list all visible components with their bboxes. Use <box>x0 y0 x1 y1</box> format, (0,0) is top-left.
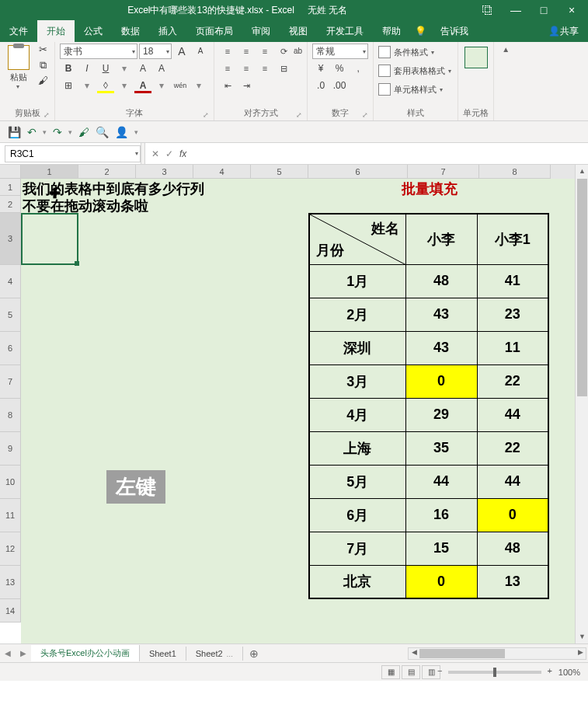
cell-styles-button[interactable]: 单元格样式▾ <box>378 81 453 98</box>
tab-data[interactable]: 数据 <box>112 20 149 42</box>
format-painter-icon[interactable]: 🖌 <box>36 75 50 89</box>
row-header[interactable]: 6 <box>0 332 21 365</box>
sheet-tab-sheet1[interactable]: Sheet1 <box>140 647 186 661</box>
zoom-icon[interactable]: 🔍 <box>96 126 109 138</box>
row-header[interactable]: 3 <box>0 213 21 265</box>
save-icon[interactable]: 💾 <box>8 126 21 138</box>
undo-icon[interactable]: ↶ <box>27 126 37 138</box>
sheet-tab-active[interactable]: 头条号Excel办公小动画 <box>31 645 140 661</box>
share-button[interactable]: 👤 共享 <box>539 20 588 42</box>
tab-file[interactable]: 文件 <box>0 20 37 42</box>
underline-button[interactable]: U <box>97 61 114 76</box>
row-header[interactable]: 10 <box>0 466 21 499</box>
normal-view-icon[interactable]: ▦ <box>381 665 400 679</box>
dialog-launcher-icon[interactable]: ⤢ <box>296 111 302 119</box>
tab-review[interactable]: 审阅 <box>242 20 280 42</box>
cut-icon[interactable]: ✂ <box>36 44 50 58</box>
col-header[interactable]: 1 <box>21 165 78 179</box>
row-header[interactable]: 7 <box>0 365 21 399</box>
col-header[interactable]: 8 <box>479 165 551 179</box>
cells-grid[interactable]: 我们的表格中到底有多少行列 ✚ 不要在拖动滚动条啦 批量填充 姓名 月份 小李 <box>21 179 588 643</box>
tab-view[interactable]: 视图 <box>280 20 317 42</box>
scroll-down-icon[interactable]: ▼ <box>576 630 588 643</box>
scroll-thumb[interactable] <box>577 179 587 396</box>
shrink-font-icon[interactable]: A <box>192 44 209 59</box>
align-left-icon[interactable]: ≡ <box>219 61 236 76</box>
zoom-percent[interactable]: 100% <box>549 668 588 677</box>
font-size-select[interactable]: 18▾ <box>139 44 172 59</box>
align-middle-icon[interactable]: ≡ <box>238 44 255 59</box>
zoom-out-icon[interactable]: − <box>437 666 442 675</box>
pinyin-button[interactable]: wén <box>172 78 189 93</box>
decrease-decimal-icon[interactable]: .00 <box>331 78 348 93</box>
tell-me[interactable]: 告诉我 <box>431 20 478 42</box>
col-header[interactable]: 2 <box>78 165 136 179</box>
maximize-button[interactable]: □ <box>531 4 557 16</box>
copy-icon[interactable]: ⧉ <box>36 59 50 73</box>
align-bottom-icon[interactable]: ≡ <box>256 44 273 59</box>
add-sheet-icon[interactable]: ⊕ <box>243 647 265 660</box>
row-header[interactable]: 13 <box>0 566 21 599</box>
enter-icon[interactable]: ✓ <box>165 148 173 159</box>
col-header[interactable]: 4 <box>193 165 251 179</box>
page-layout-icon[interactable]: ▤ <box>402 665 420 679</box>
row-header[interactable]: 1 <box>0 179 21 196</box>
decrease-indent-icon[interactable]: ⇤ <box>219 78 236 93</box>
align-center-icon[interactable]: ≡ <box>238 61 255 76</box>
percent-icon[interactable]: % <box>331 61 348 76</box>
tab-nav-next-icon[interactable]: ▶ <box>16 649 31 657</box>
cells-icon[interactable] <box>464 47 488 68</box>
row-header[interactable]: 8 <box>0 399 21 432</box>
filter-icon[interactable]: 👤 <box>115 126 128 138</box>
grow-font-icon[interactable]: A <box>173 44 190 59</box>
scroll-up-icon[interactable]: ▲ <box>576 165 588 178</box>
tab-formulas[interactable]: 公式 <box>75 20 112 42</box>
cancel-icon[interactable]: ✕ <box>151 148 159 159</box>
dialog-launcher-icon[interactable]: ⤢ <box>362 111 368 119</box>
paste-button[interactable]: 粘贴 ▾ <box>5 44 33 107</box>
tab-insert[interactable]: 插入 <box>149 20 186 42</box>
dialog-launcher-icon[interactable]: ⤢ <box>203 111 209 119</box>
row-header[interactable]: 12 <box>0 532 21 566</box>
active-cell[interactable] <box>21 213 78 265</box>
name-box[interactable]: R3C1▾ <box>5 145 141 162</box>
ribbon-options-icon[interactable]: ⿻ <box>475 4 501 16</box>
increase-decimal-icon[interactable]: .0 <box>312 78 329 93</box>
tab-layout[interactable]: 页面布局 <box>186 20 242 42</box>
close-button[interactable]: × <box>558 4 585 16</box>
align-top-icon[interactable]: ≡ <box>219 44 236 59</box>
redo-icon[interactable]: ↷ <box>53 126 62 138</box>
tab-nav-prev-icon[interactable]: ◀ <box>0 649 16 657</box>
phonetic-icon[interactable]: A <box>134 61 151 76</box>
font-name-select[interactable]: 隶书▾ <box>60 44 137 59</box>
minimize-button[interactable]: — <box>503 4 529 16</box>
row-header[interactable]: 2 <box>0 196 21 213</box>
font-color-button[interactable]: A <box>134 78 151 93</box>
col-header[interactable]: 7 <box>408 165 479 179</box>
sheet-tab-sheet2[interactable]: Sheet2 … <box>186 647 243 661</box>
dialog-launcher-icon[interactable]: ⤢ <box>43 111 50 119</box>
col-header[interactable]: 5 <box>251 165 308 179</box>
comma-icon[interactable]: , <box>350 61 367 76</box>
wrap-text-icon[interactable]: ab <box>294 44 302 59</box>
align-right-icon[interactable]: ≡ <box>256 61 273 76</box>
row-header[interactable]: 9 <box>0 432 21 466</box>
vertical-scrollbar[interactable]: ▲ ▼ <box>575 165 588 643</box>
fill-handle[interactable] <box>75 261 79 266</box>
collapse-ribbon-icon[interactable]: ▲ <box>494 42 517 120</box>
number-format-select[interactable]: 常规▾ <box>312 44 368 59</box>
fx-icon[interactable]: fx <box>179 148 186 159</box>
phonetic-icon2[interactable]: A <box>153 61 170 76</box>
zoom-in-icon[interactable]: + <box>548 666 552 675</box>
currency-icon[interactable]: ¥ <box>312 61 329 76</box>
col-header[interactable]: 6 <box>308 165 408 179</box>
brush-icon[interactable]: 🖌 <box>78 126 89 138</box>
tab-developer[interactable]: 开发工具 <box>317 20 373 42</box>
fill-color-button[interactable]: ◊ <box>97 78 114 93</box>
row-header[interactable]: 11 <box>0 499 21 532</box>
merge-icon[interactable]: ⊟ <box>275 61 292 76</box>
horizontal-scrollbar[interactable]: ◀ ▶ <box>408 647 586 660</box>
increase-indent-icon[interactable]: ⇥ <box>238 78 255 93</box>
bold-button[interactable]: B <box>60 61 77 76</box>
row-header[interactable]: 4 <box>0 265 21 298</box>
